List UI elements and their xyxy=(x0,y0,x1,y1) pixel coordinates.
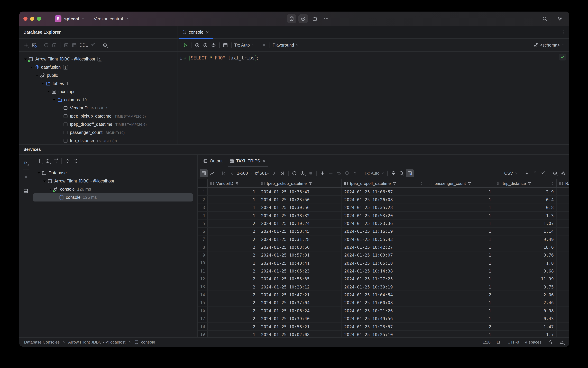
grid-cell[interactable]: 2024-01-25 10:23:36 xyxy=(341,220,426,227)
row-number[interactable]: 16 xyxy=(198,307,208,314)
browse-tables-button[interactable] xyxy=(221,41,230,49)
grid-cell[interactable]: 2024-01-25 11:04:54 xyxy=(341,291,426,299)
submit-button[interactable] xyxy=(343,169,351,177)
grid-cell[interactable]: 1 xyxy=(426,283,494,291)
add-service-button[interactable] xyxy=(35,157,44,165)
breadcrumb-item[interactable]: Arrow Flight JDBC - @localhost xyxy=(68,340,125,345)
grid-cell[interactable]: 2024-01-25 10:57:31 xyxy=(258,251,341,259)
column-filter-button[interactable] xyxy=(406,169,414,177)
locate-row-button[interactable] xyxy=(551,169,559,177)
stop-process-button[interactable] xyxy=(22,173,30,181)
grid-cell[interactable]: 2024-01-25 10:25:10 xyxy=(341,331,426,337)
row-number[interactable]: 19 xyxy=(198,331,208,337)
chevron-down-icon[interactable] xyxy=(40,81,45,86)
chevron-down-icon[interactable] xyxy=(28,64,34,70)
revert-button[interactable] xyxy=(335,169,343,177)
chevron-down-icon[interactable] xyxy=(52,97,57,103)
services-tool-button[interactable] xyxy=(298,14,308,23)
grid-cell[interactable]: 1 xyxy=(426,236,494,243)
grid-cell[interactable]: 1 xyxy=(426,243,494,251)
grid-cell[interactable]: 2024-01-25 10:53:20 xyxy=(341,212,426,219)
grid-cell[interactable]: 2024-01-25 10:35:28 xyxy=(341,204,426,211)
grid-cell[interactable]: 2024-01-25 11:23:57 xyxy=(341,323,426,331)
grid-cell[interactable]: 2 xyxy=(208,283,258,291)
export-data-button[interactable] xyxy=(531,169,539,177)
grid-cell[interactable]: 2024-01-25 10:31:28 xyxy=(258,236,341,243)
more-tools-button[interactable] xyxy=(321,14,331,23)
grid-cell[interactable]: 0.4 xyxy=(494,196,557,203)
row-number[interactable]: 11 xyxy=(198,267,208,275)
grid-cell[interactable]: 2024-01-25 10:30:56 xyxy=(258,204,341,211)
grid-cell[interactable]: 1 xyxy=(426,188,494,195)
jump-to-ddl-button[interactable] xyxy=(89,41,97,49)
console-settings-button[interactable] xyxy=(209,41,218,49)
sortud-icon[interactable] xyxy=(335,181,339,185)
grid-view-button[interactable] xyxy=(200,169,208,177)
tab-console[interactable]: console xyxy=(179,26,213,38)
vcs-widget[interactable]: Version control xyxy=(94,16,123,21)
row-number[interactable]: 6 xyxy=(198,228,208,235)
grid-cell[interactable]: 2024-01-25 10:06:24 xyxy=(258,307,341,314)
indent-widget[interactable]: 4 spaces xyxy=(525,340,542,345)
chevron-down-icon[interactable] xyxy=(34,73,40,78)
grid-cell[interactable]: 2024-01-25 11:00:08 xyxy=(341,299,426,307)
grid-cell[interactable]: 2 xyxy=(208,307,258,314)
grid-cell[interactable]: 1 xyxy=(426,267,494,275)
sortud-icon[interactable] xyxy=(252,181,256,185)
grid-cell[interactable]: 1 xyxy=(426,251,494,259)
zoom-window-button[interactable] xyxy=(37,17,41,21)
tree-item-arrow-flight-jdbc-localhost[interactable]: Arrow Flight JDBC - @localhost1 xyxy=(19,55,178,63)
tree-item-tables[interactable]: tables1 xyxy=(19,80,178,88)
column-header-tpep_pickup_datetime[interactable]: tpep_pickup_datetime xyxy=(258,179,341,187)
first-page-button[interactable] xyxy=(220,169,228,177)
row-number[interactable]: 3 xyxy=(198,204,208,211)
grid-cell[interactable]: 2024-01-25 10:58:45 xyxy=(258,228,341,235)
tx-toggle[interactable]: Tx xyxy=(22,158,30,166)
grid-cell[interactable]: 0.76 xyxy=(494,251,557,259)
open-table-button[interactable] xyxy=(70,41,78,49)
execute-button[interactable] xyxy=(181,41,189,49)
tx-mode-select[interactable]: Tx: Auto xyxy=(363,169,386,177)
grid-cell[interactable]: 0.43 xyxy=(494,315,557,322)
grid-cell[interactable]: 2024-01-25 10:23:50 xyxy=(258,196,341,203)
grid-cell[interactable]: 2024-01-25 10:47:21 xyxy=(258,291,341,299)
grid-cell[interactable] xyxy=(557,220,569,227)
breadcrumb-item[interactable]: console xyxy=(141,340,155,345)
next-page-button[interactable] xyxy=(270,169,278,177)
grid-cell[interactable]: 1 xyxy=(426,212,494,219)
grid-cell[interactable]: 1.07 xyxy=(494,220,557,227)
row-number[interactable]: 12 xyxy=(198,275,208,283)
grid-cell[interactable]: 2024-01-25 10:37:04 xyxy=(258,299,341,307)
grid-cell[interactable]: 2024-01-25 11:03:07 xyxy=(341,251,426,259)
tree-item-columns[interactable]: columns19 xyxy=(19,96,178,104)
grid-cell[interactable]: 11.99 xyxy=(494,275,557,283)
close-window-button[interactable] xyxy=(23,17,27,21)
new-datasource-button[interactable] xyxy=(22,41,30,49)
open-in-new-tab-button[interactable] xyxy=(52,157,60,165)
grid-cell[interactable]: 1 xyxy=(208,204,258,211)
sql-editor[interactable]: 1 SELECT * FROM taxi_trips; xyxy=(178,52,569,144)
grid-cell[interactable]: 2024-01-25 11:06:57 xyxy=(341,188,426,195)
parameters-button[interactable] xyxy=(201,41,209,49)
close-icon[interactable] xyxy=(262,159,266,163)
grid-cell[interactable]: 2 xyxy=(208,323,258,331)
grid-cell[interactable]: 1 xyxy=(426,259,494,267)
grid-cell[interactable]: 2024-01-25 11:27:25 xyxy=(341,275,426,283)
grid-cell[interactable] xyxy=(557,204,569,211)
row-number[interactable]: 10 xyxy=(198,259,208,267)
expand-all-button[interactable] xyxy=(63,157,72,165)
grid-cell[interactable]: 2024-01-25 10:42:27 xyxy=(341,243,426,251)
column-header-vendorid[interactable]: VendorID xyxy=(208,179,258,187)
grid-cell[interactable] xyxy=(557,212,569,219)
grid-cell[interactable]: 2024-01-25 10:14:38 xyxy=(341,267,426,275)
grid-cell[interactable]: 2024-01-25 10:49:56 xyxy=(341,315,426,322)
page-size-select[interactable]: 1-500 xyxy=(236,169,254,177)
grid-cell[interactable]: 1 xyxy=(426,331,494,337)
tree-item-console[interactable]: console126 ms xyxy=(33,193,193,202)
tx-mode-select[interactable]: Tx: Auto xyxy=(233,41,256,49)
row-number[interactable]: 8 xyxy=(198,243,208,251)
grid-cell[interactable]: 2 xyxy=(208,299,258,307)
grid-cell[interactable] xyxy=(557,331,569,337)
grid-cell[interactable]: 2024-01-25 10:39:19 xyxy=(341,283,426,291)
row-number[interactable]: 5 xyxy=(198,220,208,227)
